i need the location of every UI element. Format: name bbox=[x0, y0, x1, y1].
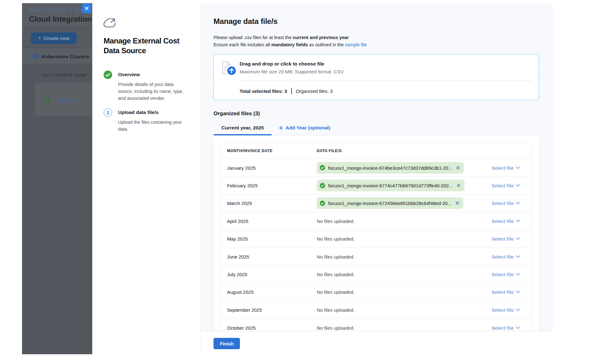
column-header-data-source-name: DATA SOURCE NAME bbox=[42, 73, 87, 77]
create-new-button-label: Create new bbox=[43, 36, 70, 41]
chevron-down-icon bbox=[516, 326, 520, 329]
select-file-dropdown[interactable]: Select file bbox=[492, 289, 520, 295]
row-month-label: June 2025 bbox=[227, 254, 249, 259]
file-dropzone[interactable]: Drag and drop or click to choose file Ma… bbox=[213, 54, 539, 100]
row-month-label: May 2025 bbox=[227, 236, 248, 242]
mongodb-icon bbox=[44, 96, 50, 105]
files-table-row: February 2025 focusv1_mongo-invoice-6774… bbox=[221, 177, 531, 194]
drawer-close-button[interactable] bbox=[82, 3, 92, 13]
select-file-dropdown[interactable]: Select file bbox=[492, 325, 520, 330]
select-file-dropdown[interactable]: Select file bbox=[492, 236, 520, 242]
no-files-text: No files uploaded. bbox=[317, 254, 355, 259]
select-file-label: Select file bbox=[492, 307, 514, 312]
data-source-card[interactable]: test-jbisht bbox=[35, 83, 92, 116]
chevron-down-icon bbox=[516, 255, 520, 258]
select-file-dropdown[interactable]: Select file bbox=[492, 201, 520, 206]
uploaded-file-name: focusv1_mongo-invoice-674be3ce47c73d37dd… bbox=[328, 165, 452, 170]
row-month-label: April 2025 bbox=[227, 218, 248, 224]
chevron-down-icon bbox=[516, 273, 520, 276]
step-overview-description: Provide details of your data source, inc… bbox=[118, 81, 185, 102]
breadcrumb-account-link[interactable]: Account: CCM-NG bbox=[29, 7, 67, 12]
row-month-label: September 2025 bbox=[227, 307, 262, 312]
files-table-body: January 2025 focusv1_mongo-invoice-674be… bbox=[221, 159, 531, 337]
screenshot-stage: Account: CCM-NG>Set Cloud Integration + … bbox=[0, 0, 609, 364]
select-file-label: Select file bbox=[492, 325, 514, 330]
file-success-check-icon bbox=[320, 165, 325, 171]
breadcrumb: Account: CCM-NG>Set bbox=[29, 7, 81, 12]
instruction-line-1-bold: current and previous year bbox=[293, 35, 349, 40]
tab-kubernetes-clusters[interactable]: Kubernetes Clusters bbox=[33, 54, 89, 60]
instruction-line-1-text: Please upload .csv files for at least th… bbox=[213, 35, 293, 40]
row-month-label: August 2025 bbox=[227, 289, 253, 295]
main-heading: Manage data file/s bbox=[213, 17, 277, 26]
dropzone-title: Drag and drop or click to choose file bbox=[240, 61, 324, 67]
column-month-invoice-date: MONTH/INVOICE DATE bbox=[227, 149, 272, 153]
sample-file-link[interactable]: sample file bbox=[345, 42, 367, 47]
instruction-line-2: Ensure each file includes all mandatory … bbox=[213, 41, 367, 48]
breadcrumb-separator-icon: > bbox=[69, 8, 72, 12]
upload-instructions: Please upload .csv files for at least th… bbox=[213, 34, 367, 48]
chevron-down-icon bbox=[516, 308, 520, 311]
no-files-text: No files uploaded. bbox=[317, 289, 355, 295]
step-complete-check-icon bbox=[104, 71, 112, 79]
organized-files-count: Organized files: 3 bbox=[296, 88, 333, 94]
chevron-down-icon bbox=[516, 237, 520, 240]
drawer-main-panel: Manage data file/s Please upload .csv fi… bbox=[200, 3, 553, 354]
files-table: MONTH/INVOICE DATE DATA FILE/S January 2… bbox=[221, 142, 532, 337]
chevron-down-icon bbox=[516, 184, 520, 187]
counts-separator bbox=[291, 88, 292, 94]
chevron-down-icon bbox=[516, 219, 520, 222]
uploaded-file-name: focusv1_mongo-invoice-6774c477b667901d77… bbox=[328, 183, 453, 188]
create-new-button[interactable]: + Create new bbox=[31, 32, 77, 44]
uploaded-file-chip: focusv1_mongo-invoice-6774c477b667901d77… bbox=[317, 180, 464, 191]
instruction-line-2-text: Ensure each file includes all bbox=[213, 42, 271, 47]
step-upload-description: Upload the files containing your data. bbox=[118, 119, 185, 133]
select-file-dropdown[interactable]: Select file bbox=[492, 254, 520, 259]
files-table-row: August 2025 No files uploaded. Select fi… bbox=[221, 283, 531, 301]
cloud-share-icon bbox=[104, 18, 116, 28]
step-upload-title: Upload data file/s bbox=[118, 110, 158, 115]
files-table-row: July 2025 No files uploaded. Select file bbox=[221, 265, 531, 283]
remove-file-icon[interactable] bbox=[457, 184, 460, 187]
select-file-dropdown[interactable]: Select file bbox=[492, 272, 520, 277]
select-file-label: Select file bbox=[492, 183, 514, 188]
files-table-row: April 2025 No files uploaded. Select fil… bbox=[221, 212, 531, 230]
chevron-down-icon bbox=[516, 166, 520, 169]
drawer-title: Manage External Cost Data Source bbox=[104, 36, 185, 55]
data-source-name-link[interactable]: test-jbisht bbox=[55, 98, 76, 103]
files-table-row: March 2025 focusv1_mongo-invoice-672456e… bbox=[221, 195, 531, 212]
total-selected-files: Total selected files: 3 bbox=[240, 88, 287, 94]
add-year-button[interactable]: Add Year (optional) bbox=[279, 125, 330, 131]
select-file-dropdown[interactable]: Select file bbox=[492, 307, 520, 312]
add-year-label: Add Year (optional) bbox=[286, 125, 330, 131]
select-file-label: Select file bbox=[492, 236, 514, 242]
page-title: Cloud Integration bbox=[29, 15, 92, 24]
breadcrumb-section-link[interactable]: Set bbox=[74, 7, 81, 12]
data-source-row: test-jbisht bbox=[44, 96, 76, 105]
file-success-check-icon bbox=[320, 183, 325, 188]
no-files-text: No files uploaded. bbox=[317, 307, 355, 312]
select-file-dropdown[interactable]: Select file bbox=[492, 165, 520, 170]
manage-external-cost-drawer: Manage External Cost Data Source Overvie… bbox=[92, 3, 553, 354]
organized-files-heading: Organized files (3) bbox=[213, 111, 260, 117]
close-icon bbox=[85, 6, 89, 10]
dropzone-subtitle: Maximum file size 20 MB; Supported forma… bbox=[240, 69, 344, 74]
row-month-label: March 2025 bbox=[227, 201, 252, 206]
tab-current-year[interactable]: Current year, 2025 bbox=[213, 123, 272, 131]
uploaded-file-name: focusv1_mongo-invoice-672456ee851bbb28c6… bbox=[328, 201, 452, 206]
backdrop-page: Account: CCM-NG>Set Cloud Integration + … bbox=[22, 3, 92, 354]
uploaded-file-chip: focusv1_mongo-invoice-674be3ce47c73d37dd… bbox=[317, 162, 464, 173]
remove-file-icon[interactable] bbox=[456, 202, 459, 205]
kubernetes-icon bbox=[33, 54, 39, 60]
instruction-line-2-middle: as outlined in the bbox=[308, 42, 345, 47]
select-file-dropdown[interactable]: Select file bbox=[492, 183, 520, 188]
uploaded-file-chip: focusv1_mongo-invoice-672456ee851bbb28c6… bbox=[317, 197, 463, 209]
files-table-header: MONTH/INVOICE DATE DATA FILE/S bbox=[221, 143, 531, 159]
step-overview-title: Overview bbox=[118, 72, 140, 77]
dropzone-file-counts: Total selected files: 3 Organized files:… bbox=[240, 88, 333, 94]
finish-button[interactable]: Finish bbox=[213, 338, 240, 349]
no-files-text: No files uploaded. bbox=[317, 272, 355, 277]
row-month-label: January 2025 bbox=[227, 165, 256, 170]
select-file-dropdown[interactable]: Select file bbox=[492, 218, 520, 224]
remove-file-icon[interactable] bbox=[456, 166, 460, 169]
